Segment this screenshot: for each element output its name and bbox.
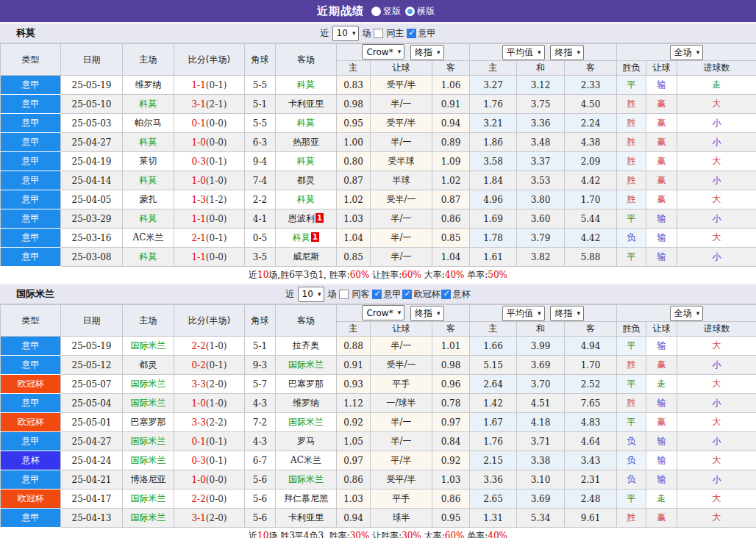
date-cell: 25-05-10 [61, 95, 123, 114]
halftime-score: (0-1) [206, 456, 227, 466]
away-team-cell: 都灵 [276, 171, 337, 190]
score-cell: 0-1(0-0) [174, 114, 245, 133]
odds-home-cell: 1.00 [337, 133, 371, 152]
odds-source-select[interactable]: Crow*▾ [362, 44, 404, 60]
result-outcome-cell: 胜 [617, 356, 646, 375]
odds-handicap-cell: 半/一 [371, 413, 432, 432]
league-cell: 意甲 [1, 432, 61, 451]
summary-segment: 10 [257, 531, 268, 538]
odds-stage-select[interactable]: 终指▾ [410, 45, 444, 60]
result-goals-cell: 小 [677, 470, 756, 489]
result-goals-cell: 走 [677, 76, 756, 95]
scope-select[interactable]: 全场▾ [670, 45, 704, 60]
same-venue-checkbox[interactable] [339, 290, 349, 299]
recent-count-select[interactable]: 10▾ [332, 26, 360, 41]
league-checkbox[interactable] [372, 290, 382, 299]
fulltime-score: 1-0 [191, 176, 205, 186]
result-goals-cell: 小 [677, 114, 756, 133]
league-checkbox[interactable] [402, 290, 412, 299]
subcol-home-odds: 主 [337, 322, 371, 337]
home-team-cell: 巴塞罗那 [123, 413, 174, 432]
away-team-cell: 科莫 [276, 76, 337, 95]
match-row: 欧冠杯25-05-07国际米兰3-3(2-0)5-7巴塞罗那0.93平手0.96… [1, 375, 756, 394]
league-filters: 意甲 [407, 27, 435, 40]
halftime-score: (2-0) [206, 379, 227, 390]
average-stage-select[interactable]: 终指▾ [550, 306, 584, 321]
same-venue-checkbox[interactable] [374, 29, 383, 38]
date-cell: 25-03-29 [61, 209, 123, 229]
scope-group: 全场▾ [617, 305, 756, 322]
date-cell: 25-05-04 [61, 394, 123, 413]
halftime-score: (0-1) [206, 233, 227, 243]
avg-home-cell: 1.84 [470, 171, 517, 190]
subcol-goals-result: 进球数 [677, 61, 756, 76]
score-cell: 0-3(0-1) [174, 451, 245, 470]
league-checkbox[interactable] [441, 290, 451, 299]
subcol-away-odds: 客 [432, 322, 470, 337]
result-handicap-cell: 走 [646, 375, 677, 394]
match-row: 欧冠杯25-04-17国际米兰2-2(0-0)5-6拜仁慕尼黑1.03平手0.8… [1, 489, 756, 509]
avg-away-cell: 4.64 [565, 432, 617, 451]
result-outcome-cell: 胜 [617, 114, 646, 133]
odds-home-cell: 0.85 [337, 248, 371, 267]
recent-count-select[interactable]: 10▾ [298, 287, 325, 302]
result-goals-cell: 大 [677, 190, 756, 209]
chevron-down-icon: ▾ [538, 49, 541, 56]
col-home: 主场 [123, 44, 174, 76]
fulltime-score: 0-1 [191, 118, 205, 129]
away-team-cell: 威尼斯 [276, 248, 337, 267]
horizontal-layout-radio[interactable] [405, 7, 415, 16]
date-cell: 25-05-07 [61, 375, 123, 394]
score-cell: 1-1(0-0) [174, 248, 245, 267]
away-team-name: 罗马 [297, 436, 315, 446]
match-row: 意甲25-05-03帕尔马0-1(0-0)5-5科莫0.95受平/半0.943.… [1, 114, 756, 133]
average-stage-select[interactable]: 终指▾ [550, 45, 584, 60]
away-team-name: AC米兰 [290, 455, 321, 465]
corners-cell: 9-4 [245, 152, 276, 171]
home-team-cell: 科莫 [123, 209, 174, 229]
avg-away-cell: 1.70 [565, 356, 617, 375]
avg-away-cell: 4.38 [565, 133, 617, 152]
halftime-score: (0-0) [206, 118, 227, 129]
result-outcome-cell: 胜 [617, 152, 646, 171]
avg-away-cell: 2.31 [565, 470, 617, 489]
avg-away-cell: 2.33 [565, 76, 617, 95]
away-team-cell: 卡利亚里 [276, 95, 337, 114]
result-goals-cell: 小 [677, 133, 756, 152]
avg-home-cell: 1.31 [470, 509, 517, 528]
match-row: 意甲25-03-16AC米兰2-1(0-1)0-5科莫11.04半/一0.851… [1, 229, 756, 248]
score-cell: 1-0(0-0) [174, 470, 245, 489]
league-cell: 欧冠杯 [1, 489, 61, 509]
away-team-cell: 科莫 [276, 190, 337, 209]
away-team-name: 科莫 [297, 156, 315, 166]
halftime-score: (2-0) [206, 513, 227, 523]
away-team-cell: 罗马 [276, 432, 337, 451]
avg-draw-cell: 3.75 [517, 95, 565, 114]
result-handicap-cell: 输 [646, 248, 677, 267]
vertical-layout-radio[interactable] [371, 7, 381, 16]
result-outcome-cell: 胜 [617, 190, 646, 209]
odds-away-cell: 0.85 [432, 229, 470, 248]
avg-draw-cell: 3.69 [517, 489, 565, 509]
subcol-home-odds: 主 [337, 61, 371, 76]
chevron-down-icon: ▾ [398, 49, 402, 55]
league-checkbox[interactable] [407, 29, 416, 38]
average-select[interactable]: 平均值▾ [502, 45, 545, 60]
summary-segment: 大率: [421, 531, 445, 538]
odds-stage-select[interactable]: 终指▾ [410, 306, 444, 321]
result-outcome-cell: 平 [617, 248, 646, 267]
avg-draw-cell: 3.60 [517, 209, 565, 229]
odds-home-cell: 1.04 [337, 229, 371, 248]
summary-segment: 大率: [421, 270, 445, 280]
team-section-como: 科莫 近 10▾ 场 同主 意甲 类型 日期 主场 比分(半场) 角球 客场 C… [0, 22, 756, 283]
average-select[interactable]: 平均值▾ [502, 306, 545, 321]
chevron-down-icon: ▾ [398, 309, 402, 316]
subcol-avg-away: 客 [565, 61, 617, 76]
summary: 近10场,胜3平4负3, 胜率:30% 让胜率:30% 大率:60% 单率:40… [0, 528, 756, 538]
scope-select[interactable]: 全场▾ [670, 306, 704, 321]
date-cell: 25-04-19 [61, 152, 123, 171]
odds-source-select[interactable]: Crow*▾ [362, 305, 404, 320]
score-cell: 0-2(0-1) [174, 356, 245, 375]
odds-home-cell: 0.88 [337, 337, 371, 356]
date-cell: 25-05-03 [61, 114, 123, 133]
